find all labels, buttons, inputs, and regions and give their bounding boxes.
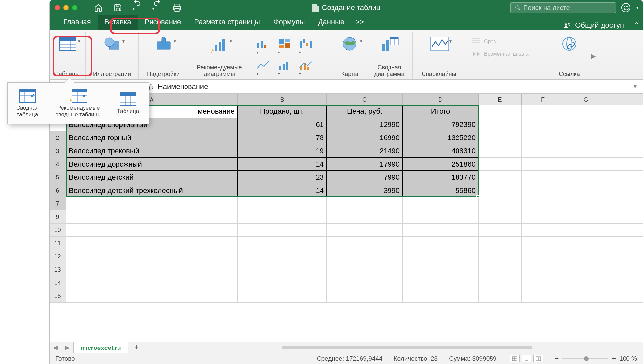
cell[interactable] xyxy=(522,158,564,171)
prev-sheet-button[interactable]: ◀ xyxy=(50,344,61,351)
horizontal-scrollbar[interactable] xyxy=(280,344,643,351)
cell[interactable] xyxy=(403,263,479,276)
feedback-dropdown-icon[interactable]: ▾ xyxy=(636,5,638,10)
cell[interactable] xyxy=(607,263,643,276)
cell[interactable] xyxy=(564,224,607,237)
column-header-b[interactable]: B xyxy=(238,94,327,105)
cell[interactable] xyxy=(238,276,327,289)
cell[interactable] xyxy=(479,171,522,184)
cell[interactable] xyxy=(607,184,643,197)
minimize-window-button[interactable] xyxy=(63,5,69,10)
cell[interactable]: 251860 xyxy=(403,158,479,171)
ribbon-overflow-button[interactable]: ▶ xyxy=(588,52,599,60)
cell[interactable] xyxy=(522,224,564,237)
formula-input[interactable] xyxy=(158,80,627,93)
cell[interactable] xyxy=(607,289,643,303)
cell[interactable]: 792390 xyxy=(403,118,479,131)
cell[interactable] xyxy=(607,276,643,289)
cell[interactable]: 7990 xyxy=(327,171,403,184)
collapse-ribbon-button[interactable]: ⌃ xyxy=(630,21,643,30)
row-header[interactable]: 14 xyxy=(50,276,66,289)
cell[interactable] xyxy=(479,144,522,158)
cell[interactable]: 16990 xyxy=(327,131,403,144)
cell[interactable] xyxy=(327,237,403,250)
ribbon-group-pivot-chart[interactable]: Сводная диаграмма xyxy=(366,32,413,79)
share-button[interactable]: + Общий доступ xyxy=(563,21,630,30)
cell-d1[interactable]: Итого xyxy=(403,105,479,118)
cell[interactable]: 19 xyxy=(238,144,327,158)
cell[interactable] xyxy=(522,118,564,131)
cell[interactable] xyxy=(564,144,607,158)
close-window-button[interactable] xyxy=(55,5,60,10)
ribbon-group-addins[interactable]: ▼ Надстройки xyxy=(139,32,188,79)
hierarchy-chart-icon[interactable]: ▾ xyxy=(278,39,291,55)
tab-formulas[interactable]: Формулы xyxy=(267,15,312,30)
cell[interactable] xyxy=(522,197,564,210)
cell[interactable] xyxy=(607,118,643,131)
cell[interactable]: 21490 xyxy=(327,144,403,158)
cell[interactable] xyxy=(564,184,607,197)
cell[interactable] xyxy=(564,118,607,131)
cell[interactable] xyxy=(607,144,643,158)
row-header-7[interactable]: 7 xyxy=(50,197,66,210)
cell[interactable]: 3990 xyxy=(327,184,403,197)
row-header[interactable]: 13 xyxy=(50,263,66,276)
undo-icon[interactable]: ▾ xyxy=(133,0,142,17)
cell[interactable]: 14 xyxy=(238,184,327,197)
cell[interactable] xyxy=(479,210,522,224)
row-header[interactable]: 10 xyxy=(50,224,66,237)
cell[interactable] xyxy=(564,276,607,289)
cell[interactable] xyxy=(327,289,403,303)
ribbon-group-illustrations[interactable]: ▼ Иллюстрации xyxy=(86,32,139,79)
cell[interactable]: 183770 xyxy=(403,171,479,184)
cell[interactable] xyxy=(522,210,564,224)
page-break-view-button[interactable] xyxy=(533,355,543,362)
home-icon[interactable] xyxy=(94,3,103,12)
row-header-4[interactable]: 4 xyxy=(50,158,66,171)
cell-b1[interactable]: Продано, шт. xyxy=(238,105,327,118)
normal-view-button[interactable] xyxy=(510,355,520,362)
cell[interactable]: 61 xyxy=(238,118,327,131)
cell[interactable] xyxy=(607,131,643,144)
cell[interactable]: 12990 xyxy=(327,118,403,131)
line-chart-icon[interactable]: ▾ xyxy=(257,60,270,76)
cell[interactable]: 408310 xyxy=(403,144,479,158)
formula-bar-expand-icon[interactable]: ▼ xyxy=(627,84,643,90)
cell[interactable] xyxy=(607,210,643,224)
cell[interactable] xyxy=(564,105,607,118)
feedback-icon[interactable] xyxy=(621,3,630,12)
save-icon[interactable] xyxy=(114,3,122,12)
cell[interactable] xyxy=(564,171,607,184)
sheet-tab[interactable]: microexcel.ru xyxy=(73,342,128,353)
zoom-slider-thumb[interactable] xyxy=(584,356,589,361)
cell[interactable] xyxy=(607,171,643,184)
cell[interactable] xyxy=(479,131,522,144)
cell[interactable] xyxy=(479,224,522,237)
cell[interactable] xyxy=(607,197,643,210)
cell[interactable] xyxy=(403,276,479,289)
cell[interactable] xyxy=(479,237,522,250)
statistic-chart-icon[interactable]: ▾ xyxy=(278,60,291,76)
cell[interactable] xyxy=(607,250,643,263)
cell[interactable] xyxy=(403,197,479,210)
cell[interactable]: Велосипед детский трехколесный xyxy=(66,184,238,197)
tabs-overflow-button[interactable]: >> xyxy=(351,15,369,30)
cell[interactable] xyxy=(479,250,522,263)
cell[interactable] xyxy=(403,210,479,224)
cell[interactable] xyxy=(479,184,522,197)
scrollbar-thumb[interactable] xyxy=(282,346,532,349)
cell[interactable] xyxy=(66,250,238,263)
zoom-window-button[interactable] xyxy=(72,5,77,10)
redo-icon[interactable]: ▾ xyxy=(152,0,162,17)
cell[interactable]: 17990 xyxy=(327,158,403,171)
cell[interactable] xyxy=(564,158,607,171)
column-header-c[interactable]: C xyxy=(327,94,403,105)
cell[interactable] xyxy=(607,158,643,171)
cell[interactable] xyxy=(327,210,403,224)
cell[interactable] xyxy=(238,197,327,210)
cell[interactable] xyxy=(403,289,479,303)
cell[interactable] xyxy=(238,263,327,276)
ribbon-group-tables[interactable]: ▼ Таблицы xyxy=(50,32,86,79)
print-icon[interactable] xyxy=(172,3,182,12)
column-header-f[interactable]: F xyxy=(522,94,564,105)
